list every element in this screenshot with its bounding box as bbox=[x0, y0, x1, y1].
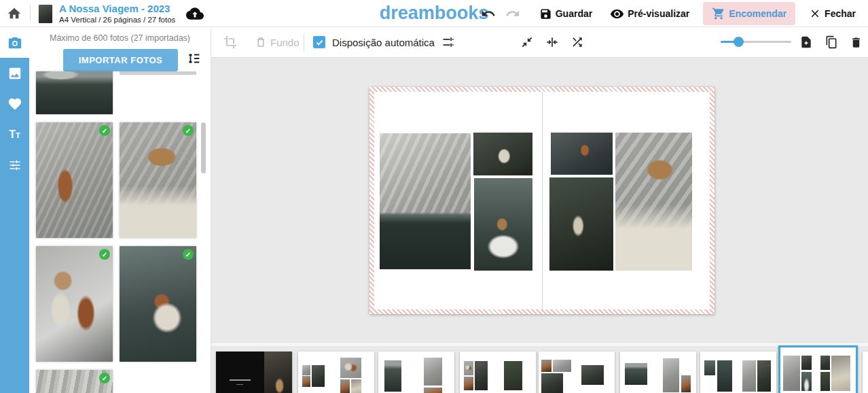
filmstrip-mini-photo bbox=[424, 388, 442, 393]
delete-page-button[interactable] bbox=[850, 36, 863, 49]
filmstrip-mini-photo bbox=[553, 360, 571, 373]
check-icon bbox=[315, 38, 324, 47]
copy-icon bbox=[825, 35, 838, 49]
filmstrip-mini-photo bbox=[717, 360, 732, 392]
close-button[interactable]: Fechar bbox=[805, 7, 860, 20]
project-info: A Nossa Viagem - 2023 A4 Vertical / 26 p… bbox=[59, 3, 175, 24]
filmstrip-spread-5[interactable] bbox=[539, 352, 615, 393]
background-button[interactable]: Fundo bbox=[255, 36, 300, 48]
filmstrip-mini-photo bbox=[351, 379, 361, 393]
spread-photo-cliff-and-water[interactable] bbox=[380, 133, 471, 269]
photo-thumbnail-woman-in-hat-portrait[interactable]: ✓ bbox=[120, 122, 196, 238]
canvas-toolbar: Fundo Disposição automática bbox=[211, 27, 868, 58]
photo-limit-text: Máximo de 600 fotos (27 importadas) bbox=[29, 33, 211, 43]
project-title[interactable]: A Nossa Viagem - 2023 bbox=[59, 3, 175, 14]
filmstrip-spread-9[interactable] bbox=[863, 352, 868, 393]
photo-panel-scrollbar[interactable] bbox=[201, 122, 206, 173]
sidebar-tab-photos[interactable] bbox=[0, 27, 29, 58]
spread-spine bbox=[542, 92, 543, 309]
trash-icon bbox=[850, 36, 863, 49]
camera-icon bbox=[7, 35, 22, 50]
topbar-left: A Nossa Viagem - 2023 A4 Vertical / 26 p… bbox=[0, 0, 204, 27]
fit-content-button[interactable] bbox=[520, 35, 534, 49]
filmstrip-mini-photo bbox=[504, 361, 522, 390]
photo-thumbnail-boat-on-dark-water[interactable] bbox=[36, 71, 113, 114]
filmstrip-mini-photo bbox=[312, 365, 325, 387]
save-button[interactable]: Guardar bbox=[535, 7, 596, 20]
sidebar-tab-favorites[interactable] bbox=[0, 88, 29, 119]
home-button[interactable] bbox=[7, 6, 22, 21]
filmstrip-mini-photo bbox=[302, 365, 310, 375]
auto-layout-checkbox[interactable] bbox=[313, 36, 325, 48]
redo-icon bbox=[505, 6, 520, 21]
add-page-button[interactable] bbox=[799, 35, 813, 49]
center-horizontal-icon bbox=[545, 35, 559, 49]
background-label: Fundo bbox=[270, 37, 300, 48]
spread-photo-woman-in-boat[interactable] bbox=[474, 178, 532, 271]
filmstrip-mini-photo bbox=[742, 360, 756, 392]
photo-thumbnail-couple-selfie[interactable]: ✓ bbox=[36, 246, 113, 362]
photo-used-check-icon: ✓ bbox=[183, 125, 194, 136]
photo-used-check-icon: ✓ bbox=[183, 249, 194, 260]
center-horizontal-button[interactable] bbox=[545, 35, 559, 49]
filmstrip-spread-8[interactable] bbox=[778, 345, 858, 393]
sidebar-tab-settings[interactable] bbox=[0, 150, 29, 180]
filmstrip-mini-photo bbox=[302, 376, 310, 387]
home-icon bbox=[7, 6, 22, 21]
cover-back-panel bbox=[216, 352, 264, 393]
spread bbox=[369, 87, 715, 314]
filmstrip-mini-photo bbox=[464, 361, 474, 375]
duplicate-page-button[interactable] bbox=[825, 35, 838, 49]
heart-icon bbox=[7, 97, 22, 112]
filmstrip-spread-2[interactable] bbox=[298, 352, 374, 393]
photo-used-check-icon: ✓ bbox=[99, 249, 110, 260]
spread-photo-woman-on-bridge[interactable] bbox=[473, 133, 532, 175]
filmstrip-spread-4[interactable] bbox=[460, 352, 536, 393]
photo-thumbnail-woman-by-lake[interactable]: ✓ bbox=[120, 246, 196, 362]
spread-photo-man-climbing[interactable] bbox=[551, 133, 613, 175]
crop-button[interactable] bbox=[223, 35, 237, 49]
sidebar-tab-layouts[interactable] bbox=[0, 58, 29, 88]
import-photos-button[interactable]: IMPORTAR FOTOS bbox=[63, 49, 178, 71]
image-icon bbox=[7, 66, 22, 81]
preview-button[interactable]: Pré-visualizar bbox=[606, 7, 693, 21]
topbar: A Nossa Viagem - 2023 A4 Vertical / 26 p… bbox=[0, 0, 868, 27]
sidebar-tab-text[interactable]: TT bbox=[0, 119, 29, 150]
filmstrip-top-edge bbox=[211, 342, 868, 346]
undo-button[interactable] bbox=[481, 6, 496, 21]
auto-layout-label[interactable]: Disposição automática bbox=[332, 37, 435, 48]
auto-layout-settings-icon[interactable] bbox=[441, 35, 455, 49]
order-button[interactable]: Encomendar bbox=[703, 2, 795, 25]
cloud-upload-icon[interactable] bbox=[186, 5, 204, 22]
filmstrip-mini-photo bbox=[541, 373, 562, 393]
photo-thumbnail-rock-texture[interactable]: ✓ bbox=[36, 370, 113, 393]
filmstrip-mini-photo bbox=[625, 363, 648, 385]
zoom-slider[interactable] bbox=[721, 41, 791, 43]
shuffle-icon bbox=[571, 35, 584, 49]
shuffle-button[interactable] bbox=[571, 35, 584, 49]
zoom-slider-thumb[interactable] bbox=[734, 37, 744, 47]
filmstrip-spread-1[interactable] bbox=[216, 352, 292, 393]
spread-photo-woman-in-hat-large[interactable] bbox=[615, 133, 692, 271]
canvas bbox=[211, 58, 868, 393]
import-row: IMPORTAR FOTOS bbox=[29, 49, 211, 71]
crop-icon bbox=[223, 35, 237, 49]
sort-photos-button[interactable] bbox=[187, 51, 202, 66]
spread-photo-couple-on-bridge[interactable] bbox=[549, 177, 613, 271]
filmstrip-mini-photo bbox=[581, 365, 604, 385]
toolbar-divider bbox=[304, 33, 304, 52]
filmstrip-spread-3[interactable] bbox=[378, 352, 454, 393]
filmstrip-mini-photo bbox=[384, 360, 401, 392]
filmstrip-mini-photo bbox=[801, 372, 811, 391]
filmstrip-spread-7[interactable] bbox=[700, 352, 776, 393]
filmstrip-spread-6[interactable] bbox=[620, 352, 696, 393]
order-label: Encomendar bbox=[729, 8, 786, 19]
project-cover-thumbnail[interactable] bbox=[39, 5, 52, 23]
photo-thumbnail-man-leaning-on-cliff[interactable]: ✓ bbox=[36, 122, 113, 238]
photo-thumbnail-photo-edge-sliver[interactable] bbox=[120, 71, 196, 75]
trash-outline-icon bbox=[255, 36, 267, 48]
photo-used-check-icon: ✓ bbox=[99, 373, 110, 383]
cover-photo bbox=[264, 352, 292, 393]
app-window: A Nossa Viagem - 2023 A4 Vertical / 26 p… bbox=[0, 0, 868, 393]
redo-button[interactable] bbox=[505, 6, 520, 21]
